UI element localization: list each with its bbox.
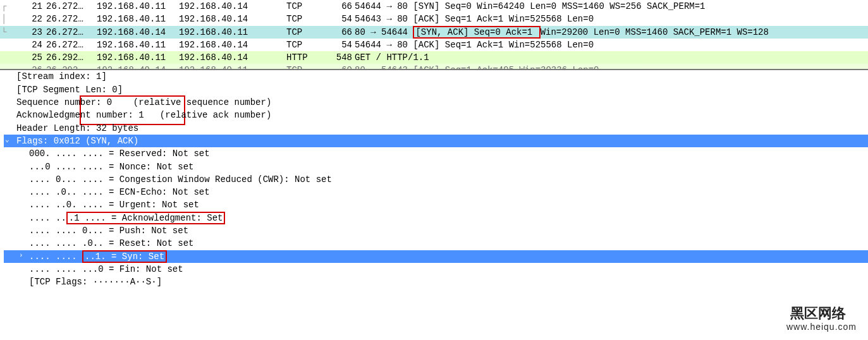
highlight-box: ..1. = Syn: Set bbox=[82, 250, 167, 263]
highlight-box: [SYN, ACK] Seq=0 Ack=1 bbox=[413, 26, 540, 39]
field-segment-len[interactable]: [TCP Segment Len: 0] bbox=[4, 83, 868, 96]
packet-row-selected[interactable]: └ 23 26.272… 192.168.40.14 192.168.40.11… bbox=[0, 26, 868, 39]
flag-ack[interactable]: .... ...1 .... = Acknowledgment: Set bbox=[4, 212, 868, 224]
packet-list-pane[interactable]: ┌ 21 26.272… 192.168.40.11 192.168.40.14… bbox=[0, 0, 868, 70]
field-flags-summary[interactable]: ⌄Flags: 0x012 (SYN, ACK) bbox=[4, 135, 868, 147]
flag-push[interactable]: .... .... 0... = Push: Not set bbox=[4, 224, 868, 237]
flag-fin[interactable]: .... .... ...0 = Fin: Not set bbox=[4, 263, 868, 276]
field-header-length[interactable]: Header Length: 32 bytes bbox=[4, 122, 868, 135]
field-sequence-number[interactable]: Sequence number: 0 (relative sequence nu… bbox=[4, 96, 868, 109]
field-stream-index[interactable]: [Stream index: 1] bbox=[4, 70, 868, 83]
col-info: 54644 → 80 [SYN] Seq=0 Win=64240 Len=0 M… bbox=[352, 0, 868, 13]
highlight-box: .1 .... = Acknowledgment: Set bbox=[66, 212, 226, 224]
flag-nonce[interactable]: ...0 .... .... = Nonce: Not set bbox=[4, 161, 868, 173]
field-ack-number[interactable]: Acknowledgment number: 1 (relative ack n… bbox=[4, 109, 868, 121]
col-no: 21 bbox=[8, 0, 46, 13]
flag-syn[interactable]: ›.... .... ..1. = Syn: Set bbox=[4, 250, 868, 263]
chevron-right-icon[interactable]: › bbox=[19, 251, 23, 261]
col-proto: TCP bbox=[286, 0, 324, 13]
col-dst: 192.168.40.14 bbox=[179, 0, 286, 13]
packet-row[interactable]: │ 22 26.272… 192.168.40.11 192.168.40.14… bbox=[0, 13, 868, 25]
col-len: 66 bbox=[324, 0, 352, 13]
packet-details-pane[interactable]: [Stream index: 1] [TCP Segment Len: 0] S… bbox=[0, 70, 868, 288]
packet-row[interactable]: ┌ 21 26.272… 192.168.40.11 192.168.40.14… bbox=[0, 0, 868, 13]
flag-reset[interactable]: .... .... .0.. = Reset: Not set bbox=[4, 237, 868, 250]
packet-row[interactable]: 25 26.292… 192.168.40.11 192.168.40.14 H… bbox=[0, 51, 868, 64]
packet-row[interactable]: 24 26.272… 192.168.40.11 192.168.40.14 T… bbox=[0, 39, 868, 51]
flag-ecn[interactable]: .... .0.. .... = ECN-Echo: Not set bbox=[4, 186, 868, 198]
field-tcp-flags[interactable]: [TCP Flags: ·······A··S·] bbox=[4, 276, 868, 288]
chevron-down-icon[interactable]: ⌄ bbox=[5, 135, 9, 145]
flag-cwr[interactable]: .... 0... .... = Congestion Window Reduc… bbox=[4, 173, 868, 186]
flag-urgent[interactable]: .... ..0. .... = Urgent: Not set bbox=[4, 198, 868, 211]
packet-row[interactable]: 26 26.292… 192.168.40.14 192.168.40.11 T… bbox=[0, 64, 868, 69]
col-src: 192.168.40.11 bbox=[97, 0, 179, 13]
col-info: 80 → 54644 [SYN, ACK] Seq=0 Ack=1 Win=29… bbox=[352, 26, 868, 39]
col-time: 26.272… bbox=[46, 0, 97, 13]
flag-reserved[interactable]: 000. .... .... = Reserved: Not set bbox=[4, 147, 868, 160]
